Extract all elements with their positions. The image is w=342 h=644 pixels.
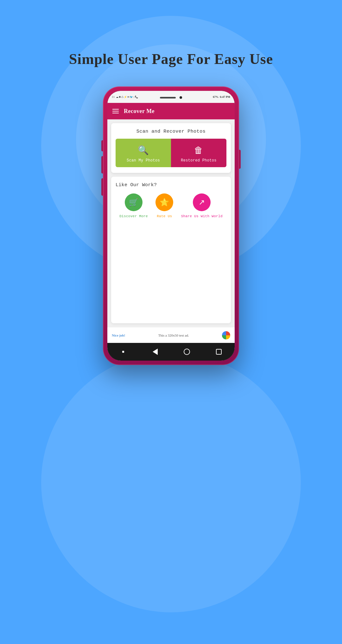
nav-back-button[interactable] xyxy=(149,345,162,358)
status-bar: 31 ☁✱♺⚡✉🐦↕📞 67% 6:47 PM xyxy=(107,91,235,103)
cart-icon: 🛒 xyxy=(129,198,138,207)
screen-content: Scan and Recover Photos 🔍 Scan My Photos… xyxy=(107,119,235,327)
notch xyxy=(152,95,190,100)
bg-arch-bottom xyxy=(41,353,301,612)
volume-silent-button xyxy=(101,140,103,151)
ad-label: Nice job! xyxy=(112,333,125,337)
hamburger-line-3 xyxy=(112,113,119,113)
speaker xyxy=(160,97,176,98)
status-icons: 31 ☁✱♺⚡✉🐦↕📞 xyxy=(112,96,138,98)
scan-my-photos-button[interactable]: 🔍 Scan My Photos xyxy=(116,139,171,167)
action-buttons-container: 🛒 Discover More ⭐ Rate Us xyxy=(116,193,226,218)
app-bar: Recover Me xyxy=(107,103,235,119)
discover-more-circle: 🛒 xyxy=(125,193,142,211)
page-title: Simple User Page For Easy Use xyxy=(69,51,273,67)
menu-button[interactable] xyxy=(112,109,119,113)
nav-bar xyxy=(107,343,235,361)
rate-us-circle: ⭐ xyxy=(155,193,173,211)
time-display: 6:47 PM xyxy=(220,95,230,98)
rate-us-label: Rate Us xyxy=(157,214,172,218)
discover-more-label: Discover More xyxy=(119,214,148,218)
scan-icon: 🔍 xyxy=(138,145,149,156)
app-title: Recover Me xyxy=(124,108,155,115)
nav-recents-button[interactable] xyxy=(212,345,225,358)
scan-button-label: Scan My Photos xyxy=(127,158,160,163)
share-us-item[interactable]: ↗ Share Us With World xyxy=(181,193,223,218)
ad-logo xyxy=(222,331,230,339)
star-icon: ⭐ xyxy=(160,198,169,207)
status-bar-left: 31 ☁✱♺⚡✉🐦↕📞 xyxy=(112,96,138,98)
phone-outer: 31 ☁✱♺⚡✉🐦↕📞 67% 6:47 PM xyxy=(103,86,239,365)
nav-square-button[interactable] xyxy=(117,345,130,358)
share-icon: ↗ xyxy=(199,198,205,207)
restore-icon: 🗑 xyxy=(194,145,203,156)
app-screen: 31 ☁✱♺⚡✉🐦↕📞 67% 6:47 PM xyxy=(107,91,235,361)
rate-us-item[interactable]: ⭐ Rate Us xyxy=(155,193,173,218)
scan-card: Scan and Recover Photos 🔍 Scan My Photos… xyxy=(111,123,231,173)
phone-device: 31 ☁✱♺⚡✉🐦↕📞 67% 6:47 PM xyxy=(103,86,239,365)
nav-home-icon xyxy=(184,349,190,355)
share-us-label: Share Us With World xyxy=(181,214,223,218)
nav-square-icon xyxy=(122,351,124,353)
nav-back-icon xyxy=(153,349,158,355)
battery-status: 67% xyxy=(213,95,218,98)
like-work-card: Like Our Work? 🛒 Discover More xyxy=(111,177,231,323)
camera xyxy=(180,96,182,99)
ad-banner: Nice job! This a 320x50 test ad. xyxy=(107,327,235,343)
power-button xyxy=(239,150,241,169)
phone-screen: 31 ☁✱♺⚡✉🐦↕📞 67% 6:47 PM xyxy=(107,91,235,361)
restore-button-label: Restored Photos xyxy=(181,158,217,163)
ad-text: This a 320x50 test ad. xyxy=(128,333,219,337)
like-work-title: Like Our Work? xyxy=(116,182,226,188)
discover-more-item[interactable]: 🛒 Discover More xyxy=(119,193,148,218)
volume-down-button xyxy=(101,178,103,196)
volume-up-button xyxy=(101,156,103,174)
share-us-circle: ↗ xyxy=(193,193,211,211)
hamburger-line-1 xyxy=(112,109,119,110)
hamburger-line-2 xyxy=(112,111,119,111)
scan-buttons-container: 🔍 Scan My Photos 🗑 Restored Photos xyxy=(116,139,226,167)
nav-home-button[interactable] xyxy=(180,345,193,358)
status-bar-right: 67% 6:47 PM xyxy=(213,95,230,98)
nav-recents-icon xyxy=(216,349,222,355)
restored-photos-button[interactable]: 🗑 Restored Photos xyxy=(171,139,226,167)
scan-card-title: Scan and Recover Photos xyxy=(116,129,226,134)
